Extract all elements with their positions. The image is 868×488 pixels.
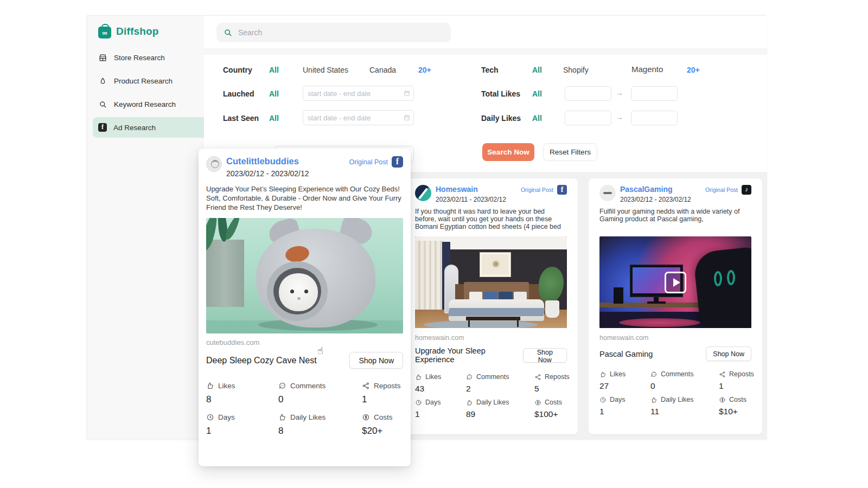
store-icon [98,53,107,62]
range-arrow-icon: → [616,88,623,97]
sidebar-item-store-research[interactable]: Store Research [93,47,204,68]
stat-value: 1 [719,381,754,391]
filter-tech-more[interactable]: 20+ [687,66,700,74]
date-range: 2023/02/12 - 2023/02/12 [226,169,309,178]
comment-icon [466,374,473,381]
filter-country-canada[interactable]: Canada [369,66,396,74]
stat-likes: Likes 27 [599,370,650,391]
advertiser-avatar [599,185,616,201]
stat-value: 89 [466,409,534,419]
facebook-icon[interactable]: f [557,185,567,195]
original-post-link[interactable]: Original Post [349,158,388,166]
filter-tech-all[interactable]: All [532,66,542,74]
shop-now-button[interactable]: Shop Now [706,346,751,361]
stat-value: 43 [415,384,466,394]
product-title: Deep Sleep Cozy Cave Nest [206,356,317,365]
ad-detail-popup: Cutelittlebuddies 2023/02/12 - 2023/02/1… [199,149,411,466]
filter-label-tech: Tech [481,66,499,74]
magnifier-icon [98,100,107,109]
facebook-icon[interactable]: f [392,156,403,168]
reset-filters-button[interactable]: Reset Filters [543,143,597,161]
stat-label: Comments [476,373,509,381]
total-likes-max-input[interactable] [631,86,678,101]
photo-layer [448,308,545,316]
original-post-link[interactable]: Original Post [705,187,738,193]
filter-country-more[interactable]: 20+ [418,66,431,74]
search-now-button[interactable]: Search Now [482,143,534,161]
dollar-icon [719,396,726,403]
photo-layer [297,297,301,300]
product-title: Upgrade Your Sleep Experience [415,346,523,364]
filter-total-likes-all[interactable]: All [532,89,542,98]
photo-layer [714,271,722,286]
ad-text: Fulfill your gaming nedds with a wide va… [599,208,751,230]
stat-label: Reposts [729,370,754,378]
stat-label: Costs [545,399,562,406]
filter-label-daily-likes: Daily Likes [481,114,521,123]
advertiser-name-link[interactable]: Homeswain [436,185,506,194]
stat-value: 5 [534,384,570,394]
ad-domain: homeswain.com [599,334,751,342]
filter-tech-shopify[interactable]: Shopify [563,66,589,74]
advertiser-name-link[interactable]: PascalGaming [620,185,691,194]
ad-domain: cutebuddies.com [206,338,403,346]
advertiser-name-link[interactable]: Cutelittlebuddies [226,156,309,166]
filter-label-country: Country [223,66,252,74]
clock-icon [206,413,214,421]
daily-likes-min-input[interactable] [565,111,611,125]
filter-country-all[interactable]: All [269,66,279,74]
photo-layer [539,267,564,303]
thumb-icon [466,399,473,406]
stat-label: Likes [610,370,626,378]
search-input[interactable] [238,28,444,37]
stat-value: 8 [278,426,362,436]
tiktok-icon[interactable]: ♪ [742,185,751,195]
play-icon[interactable] [665,272,686,293]
calendar-icon[interactable] [403,114,411,121]
filter-tech-magento[interactable]: Magento [631,65,663,74]
sidebar-item-keyword-research[interactable]: Keyword Research [93,94,204,114]
filter-lauched-all[interactable]: All [269,89,279,98]
app-window: ∞ Diffshop Store Research Product Resear… [87,15,767,439]
sidebar-item-product-research[interactable]: Product Research [93,70,204,91]
last-seen-date-field[interactable] [308,114,403,122]
brand-logo-icon: ∞ [98,27,111,38]
sidebar-item-label: Keyword Research [114,100,176,108]
stat-value: 1 [206,426,278,436]
photo-layer [468,320,470,327]
photo-layer [727,270,735,285]
share-icon [719,371,726,378]
sidebar-item-ad-research[interactable]: f Ad Research [93,117,204,138]
filter-country-united-states[interactable]: United States [303,66,348,74]
filter-daily-likes-all[interactable]: All [532,114,542,123]
stat-comments: Comments 2 [466,373,534,394]
ad-image-cat-bed[interactable] [206,218,403,333]
dollar-icon [362,413,370,421]
photo-layer [647,301,666,304]
daily-likes-max-input[interactable] [631,111,678,125]
stat-value: 8 [206,394,278,405]
sidebar-item-label: Product Research [114,77,173,85]
stat-comments: Comments 0 [650,370,719,391]
calendar-icon[interactable] [403,89,411,97]
stat-costs: Costs $10+ [719,396,754,416]
photo-layer [279,273,318,311]
shop-now-button[interactable]: Shop Now [349,352,403,369]
total-likes-min-input[interactable] [565,86,611,101]
original-post-link[interactable]: Original Post [521,187,553,193]
filter-last-seen-all[interactable]: All [269,114,279,123]
sidebar: ∞ Diffshop Store Research Product Resear… [87,16,204,439]
ad-video-gaming[interactable] [599,236,751,328]
stat-label: Days [610,396,625,403]
ad-image-bedroom[interactable] [415,236,567,328]
shop-now-button[interactable]: Shop Now [523,348,567,363]
photo-layer [466,317,520,320]
stat-likes: Likes 8 [206,382,278,405]
stat-daily-likes: Daily Likes 11 [650,396,719,416]
stat-label: Costs [729,396,746,403]
ad-card-pascalgaming: PascalGaming 2023/02/12 - 2023/02/12 Ori… [589,178,762,434]
ad-text-segment: Fulfill your gaming nedds with a wide va… [599,208,739,223]
search-input-wrap [216,23,451,42]
stat-daily-likes: Daily Likes 8 [278,413,362,436]
lauched-date-field[interactable] [308,89,403,98]
